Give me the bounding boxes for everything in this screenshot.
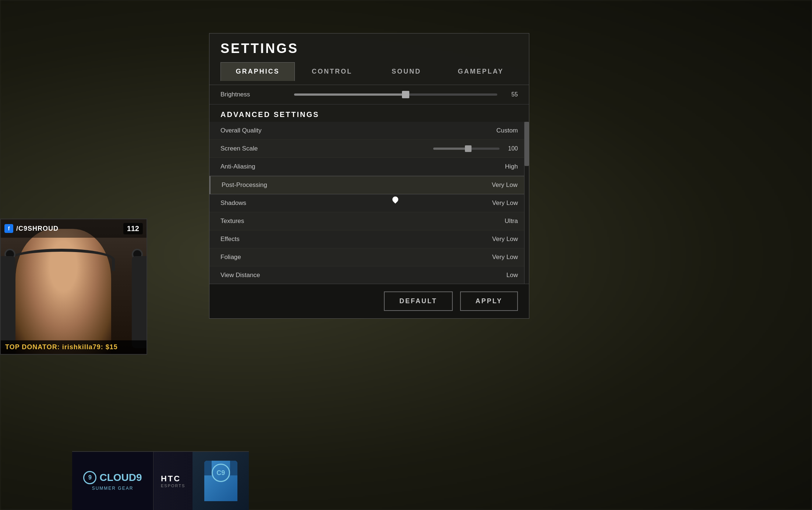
webcam-feed [1, 219, 146, 354]
scrollbar-thumb[interactable] [525, 122, 529, 166]
screen-scale-fill [433, 148, 466, 150]
sleeve-right [230, 461, 237, 475]
default-button[interactable]: DEFAULT [384, 291, 453, 311]
brightness-label: Brightness [220, 91, 294, 98]
cloud9-logo: CLOUD9 [83, 471, 142, 484]
tab-control[interactable]: CONTROL [295, 62, 369, 81]
brightness-slider-thumb[interactable] [402, 91, 409, 98]
settings-tabs: GRAPHICS CONTROL SOUND GAMEPLAY [220, 62, 518, 81]
shadows-label: Shadows [220, 199, 481, 207]
view-distance-label: View Distance [220, 272, 481, 279]
view-distance-row[interactable]: View Distance Low [209, 266, 529, 284]
webcam-container: f /C9SHROUD 112 TOP DONATOR: irishkilla7… [0, 219, 147, 355]
advanced-title: ADVANCED SETTINGS [220, 110, 518, 119]
scrollbar[interactable] [525, 122, 529, 284]
cloud9-sub: SUMMER GEAR [92, 486, 134, 491]
webcam-username: /C9SHROUD [16, 225, 59, 233]
cloud9-name: CLOUD9 [99, 472, 142, 484]
screen-scale-slider-container[interactable]: 100 [433, 145, 518, 152]
advanced-header: ADVANCED SETTINGS [209, 105, 529, 122]
footer-right: DEFAULT APPLY [384, 291, 518, 311]
settings-title: SETTINGS [220, 41, 518, 56]
settings-list: Overall Quality Custom Screen Scale 100 … [209, 122, 529, 284]
jersey-logo: C9 [212, 464, 230, 482]
chair-back-right [132, 256, 147, 348]
shadows-value: Very Low [481, 199, 518, 207]
post-processing-label: Post-Processing [222, 181, 481, 189]
shadows-row[interactable]: Shadows Very Low [209, 194, 529, 212]
post-processing-value: Very Low [481, 181, 518, 189]
headset [8, 249, 115, 271]
screen-scale-label: Screen Scale [220, 145, 433, 152]
htc-sub: ESPORTS [161, 484, 185, 488]
foliage-value: Very Low [481, 254, 518, 261]
effects-row[interactable]: Effects Very Low [209, 230, 529, 248]
effects-label: Effects [220, 235, 481, 243]
cloud9-gear-section: C9 [193, 452, 249, 510]
effects-value: Very Low [481, 235, 518, 243]
sleeve-left [204, 461, 212, 475]
screen-scale-thumb[interactable] [465, 145, 472, 152]
chair-back-left [0, 256, 15, 348]
brightness-value: 55 [503, 91, 518, 98]
anti-aliasing-label: Anti-Aliasing [220, 163, 481, 170]
view-distance-value: Low [481, 272, 518, 279]
anti-aliasing-row[interactable]: Anti-Aliasing High [209, 158, 529, 176]
webcam-person [15, 229, 111, 354]
viewer-count: 112 [123, 223, 143, 234]
htc-section: HTC ESPORTS [153, 452, 193, 510]
htc-name: HTC [161, 474, 185, 484]
gear-display: C9 [204, 461, 237, 501]
textures-row[interactable]: Textures Ultra [209, 212, 529, 230]
cloud9-circle-icon [83, 471, 96, 484]
anti-aliasing-value: High [481, 163, 518, 170]
brightness-slider-fill [294, 93, 406, 96]
overall-quality-label: Overall Quality [220, 127, 481, 134]
jersey: C9 [204, 461, 237, 501]
screen-scale-slider-track[interactable] [433, 148, 499, 150]
cloud9-logo-section: CLOUD9 SUMMER GEAR [72, 452, 153, 510]
overall-quality-row[interactable]: Overall Quality Custom [209, 122, 529, 140]
screen-scale-row[interactable]: Screen Scale 100 [209, 140, 529, 158]
settings-header: SETTINGS GRAPHICS CONTROL SOUND GAMEPLAY [209, 33, 529, 85]
overall-quality-value: Custom [481, 127, 518, 134]
cloud9-banner: CLOUD9 SUMMER GEAR HTC ESPORTS C9 [72, 451, 249, 510]
foliage-row[interactable]: Foliage Very Low [209, 248, 529, 266]
brightness-slider-container[interactable]: 55 [294, 91, 518, 98]
foliage-label: Foliage [220, 254, 481, 261]
textures-value: Ultra [481, 217, 518, 225]
apply-button[interactable]: APPLY [460, 291, 518, 311]
tab-sound[interactable]: SOUND [369, 62, 444, 81]
facebook-icon: f [4, 224, 13, 233]
brightness-row: Brightness 55 [209, 85, 529, 105]
brightness-slider-track[interactable] [294, 93, 497, 96]
post-processing-row[interactable]: Post-Processing Very Low [209, 176, 529, 194]
settings-content: Brightness 55 ADVANCED SETTINGS Overall … [209, 85, 529, 318]
settings-panel: SETTINGS GRAPHICS CONTROL SOUND GAMEPLAY… [209, 33, 529, 319]
screen-scale-value: 100 [503, 145, 518, 152]
donation-bar: TOP DONATOR: irishkilla79: $15 [1, 340, 146, 354]
tab-gameplay[interactable]: GAMEPLAY [444, 62, 518, 81]
settings-footer: DEFAULT APPLY [209, 284, 529, 318]
textures-label: Textures [220, 217, 481, 225]
tab-graphics[interactable]: GRAPHICS [220, 62, 295, 81]
